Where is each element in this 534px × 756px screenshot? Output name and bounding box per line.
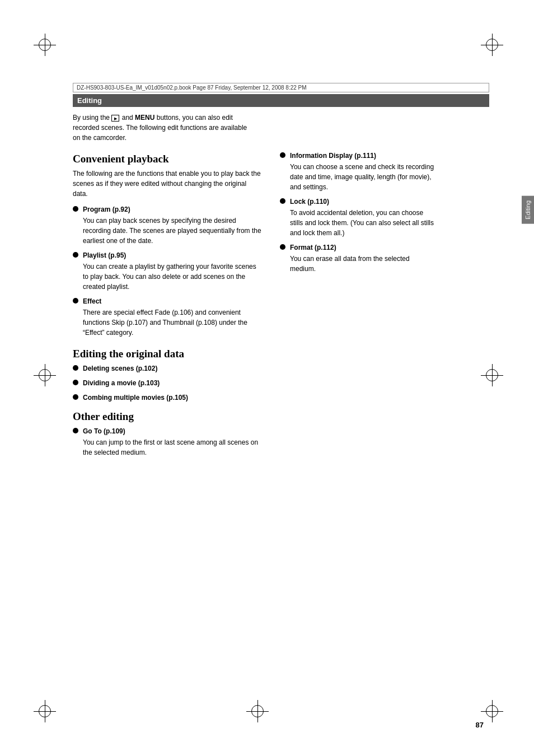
bullet-content-goto: Go To (p.109) You can jump to the first …	[83, 426, 263, 458]
editing-original-section: Editing the original data Deleting scene…	[73, 348, 263, 403]
bullet-dot	[73, 365, 78, 371]
right-column: Information Display (p.111) You can choo…	[280, 151, 437, 462]
bullet-title-effect: Effect	[83, 297, 101, 305]
file-info-bar: DZ-HS903-803-US-Ea_IM_v01d05n02.p.book P…	[73, 83, 489, 92]
bullet-title-deleting: Deleting scenes (p.102)	[83, 365, 157, 372]
crosshair-mid-left	[34, 364, 56, 386]
bullet-desc-program: You can play back scenes by specifying t…	[83, 216, 263, 246]
bullet-desc-format: You can erase all data from the selected…	[290, 254, 437, 274]
header-title: Editing	[77, 96, 102, 105]
page-container: DZ-HS903-803-US-Ea_IM_v01d05n02.p.book P…	[0, 0, 534, 756]
bullet-content-dividing: Dividing a movie (p.103)	[83, 378, 160, 388]
bullet-content-lock: Lock (p.110) To avoid accidental deletio…	[290, 197, 437, 238]
bullet-goto: Go To (p.109) You can jump to the first …	[73, 426, 263, 458]
bullet-content-program: Program (p.92) You can play back scenes …	[83, 204, 263, 246]
two-col-layout: Convenient playback The following are th…	[73, 151, 489, 462]
bullet-content-effect: Effect There are special effect Fade (p.…	[83, 296, 263, 338]
bullet-dot	[73, 252, 78, 258]
file-info-text: DZ-HS903-803-US-Ea_IM_v01d05n02.p.book P…	[77, 85, 307, 91]
bullet-dot	[73, 428, 78, 433]
bullet-title-combing: Combing multiple movies (p.105)	[83, 394, 188, 402]
page-number: 87	[476, 721, 484, 729]
bullet-info-display: Information Display (p.111) You can choo…	[280, 151, 437, 192]
convenient-playback-title: Convenient playback	[73, 153, 263, 165]
bullet-dot	[280, 152, 285, 158]
bullet-dot	[73, 394, 78, 400]
other-editing-title: Other editing	[73, 410, 263, 423]
bullet-dot	[280, 244, 285, 250]
bullet-desc-playlist: You can create a playlist by gathering y…	[83, 262, 263, 292]
crosshair-bottom-left	[34, 700, 56, 722]
bullet-desc-lock: To avoid accidental deletion, you can ch…	[290, 208, 437, 238]
other-editing-section: Other editing Go To (p.109) You can jump…	[73, 410, 263, 458]
bullet-title-lock: Lock (p.110)	[290, 198, 329, 206]
bullet-content-deleting: Deleting scenes (p.102)	[83, 363, 157, 374]
bullet-combing: Combing multiple movies (p.105)	[73, 393, 263, 403]
bullet-deleting: Deleting scenes (p.102)	[73, 363, 263, 374]
bullet-dot	[73, 380, 78, 385]
bullet-title-info-display: Information Display (p.111)	[290, 152, 376, 160]
bullet-desc-info-display: You can choose a scene and check its rec…	[290, 162, 437, 192]
bullet-desc-effect: There are special effect Fade (p.106) an…	[83, 307, 263, 338]
bullet-format: Format (p.112) You can erase all data fr…	[280, 242, 437, 274]
bullet-lock: Lock (p.110) To avoid accidental deletio…	[280, 197, 437, 238]
crosshair-top-right	[481, 34, 503, 56]
bullet-dividing: Dividing a movie (p.103)	[73, 378, 263, 388]
bullet-dot	[73, 206, 78, 212]
bullet-title-format: Format (p.112)	[290, 244, 336, 251]
bullet-content-playlist: Playlist (p.95) You can create a playlis…	[83, 250, 263, 292]
bullet-content-info-display: Information Display (p.111) You can choo…	[290, 151, 437, 192]
bullet-dot	[73, 298, 78, 304]
main-content: Editing By using the and MENU buttons, y…	[73, 94, 489, 711]
bullet-title-dividing: Dividing a movie (p.103)	[83, 379, 160, 387]
section-header: Editing	[73, 94, 489, 107]
intro-paragraph: By using the and MENU buttons, you can a…	[73, 113, 252, 143]
convenient-playback-section: Convenient playback The following are th…	[73, 153, 263, 338]
bullet-dot	[280, 198, 285, 204]
editing-original-title: Editing the original data	[73, 348, 263, 360]
bullet-title-goto: Go To (p.109)	[83, 427, 125, 435]
bullet-playlist: Playlist (p.95) You can create a playlis…	[73, 250, 263, 292]
convenient-playback-subtitle: The following are the functions that ena…	[73, 169, 263, 199]
side-tab: Editing	[522, 196, 534, 224]
bullet-title-program: Program (p.92)	[83, 206, 130, 213]
play-button-icon	[111, 115, 119, 122]
bullet-desc-goto: You can jump to the first or last scene …	[83, 437, 263, 458]
bullet-effect: Effect There are special effect Fade (p.…	[73, 296, 263, 338]
left-column: Convenient playback The following are th…	[73, 151, 263, 462]
side-tab-label: Editing	[524, 200, 531, 220]
bullet-content-format: Format (p.112) You can erase all data fr…	[290, 242, 437, 274]
bullet-program: Program (p.92) You can play back scenes …	[73, 204, 263, 246]
bullet-title-playlist: Playlist (p.95)	[83, 251, 126, 259]
crosshair-top-left	[34, 34, 56, 56]
bullet-content-combing: Combing multiple movies (p.105)	[83, 393, 188, 403]
